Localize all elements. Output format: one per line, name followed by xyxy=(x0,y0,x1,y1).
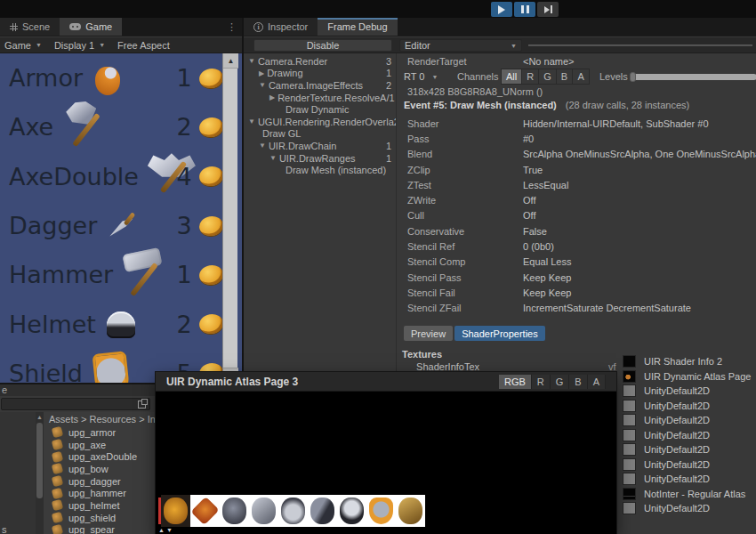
editor-dropdown[interactable]: Editor ▼ xyxy=(399,39,522,52)
texture-row[interactable]: UnityDefault2D xyxy=(623,457,756,473)
list-item[interactable]: Hammer 1 xyxy=(0,250,242,299)
game-mode-dropdown[interactable]: Game▼ xyxy=(4,40,42,51)
texture-row[interactable]: UIR Dynamic Atlas Page xyxy=(623,369,756,384)
property-value: Off xyxy=(523,210,535,221)
channel-button[interactable]: G xyxy=(539,69,557,84)
channel-button[interactable]: All xyxy=(502,69,522,84)
event-tree-row[interactable]: ▼ Camera.ImageEffects 2 xyxy=(245,79,396,92)
texture-row[interactable]: UnityDefault2D xyxy=(623,442,756,457)
tab-inspector[interactable]: i Inspector xyxy=(244,18,318,36)
scroll-up-icon[interactable]: ▲ xyxy=(223,53,238,69)
texture-row[interactable]: UnityDefault2D xyxy=(623,472,756,487)
texture-row[interactable]: UnityDefault2D xyxy=(623,384,756,399)
display-dropdown[interactable]: Display 1▼ xyxy=(54,40,105,51)
asset-row[interactable]: upg_helmet xyxy=(44,499,165,512)
event-tree-row[interactable]: ▼ Camera.Render 3 xyxy=(245,55,396,68)
channel-button[interactable]: R xyxy=(522,69,539,84)
list-item[interactable]: Axe 2 xyxy=(0,102,242,151)
asset-row[interactable]: upg_axeDouble xyxy=(44,450,165,463)
list-item[interactable]: Helmet 2 xyxy=(0,299,242,348)
item-count: 4 xyxy=(173,163,196,190)
event-tree-row[interactable]: ▶ RenderTexture.ResolveA/ 1 xyxy=(245,92,396,104)
shader-properties-button[interactable]: ShaderProperties xyxy=(454,326,545,341)
texture-row[interactable]: UnityDefault2D xyxy=(623,399,756,414)
disable-button[interactable]: Disable xyxy=(253,39,392,52)
channel-button[interactable]: A xyxy=(588,375,606,389)
breadcrumb[interactable]: Assets > Resources > Inv xyxy=(44,412,165,426)
event-tree-row[interactable]: ▼ UIR.DrawChain 1 xyxy=(245,140,396,152)
asset-name: upg_bow xyxy=(68,464,109,474)
texture-thumbnail xyxy=(623,414,636,426)
aspect-dropdown[interactable]: Free Aspect xyxy=(117,40,170,51)
scroll-up-icon[interactable]: ▲ xyxy=(36,414,43,420)
disclosure-triangle-icon[interactable]: ▼ xyxy=(269,154,277,162)
channel-button[interactable]: B xyxy=(557,69,573,84)
project-tab-partial[interactable]: e xyxy=(0,384,165,396)
event-tree-row[interactable]: Draw Dynamic xyxy=(245,103,396,116)
texture-row[interactable]: UIR Shader Info 2 xyxy=(623,354,756,369)
atlas-sprite-tile xyxy=(278,495,308,527)
atlas-titlebar[interactable]: UIR Dynamic Atlas Page 3 RGBRGBA xyxy=(156,372,616,392)
texture-name: UnityDefault2D xyxy=(644,415,710,425)
event-tree-row[interactable]: ▼ UGUI.Rendering.RenderOverla 2 xyxy=(245,116,396,128)
disclosure-triangle-icon[interactable]: ▶ xyxy=(269,93,275,101)
disclosure-triangle-icon[interactable]: ▼ xyxy=(248,57,255,65)
property-row: Stencil ZFail IncrementSaturate Decremen… xyxy=(397,301,756,316)
asset-row[interactable]: upg_hammer xyxy=(44,487,165,499)
event-stats: (28 draw calls, 28 instances) xyxy=(566,100,689,110)
disclosure-triangle-icon[interactable]: ▼ xyxy=(259,142,266,150)
event-tree-row[interactable]: Draw Mesh (instanced) xyxy=(245,164,396,176)
scrollbar-thumb[interactable] xyxy=(36,423,43,498)
asset-row[interactable]: upg_armor xyxy=(44,426,165,439)
levels-slider-knob[interactable] xyxy=(630,72,636,82)
channel-button[interactable]: B xyxy=(569,375,587,389)
texture-row[interactable]: UnityDefault2D xyxy=(623,501,756,516)
asset-row[interactable]: upg_dagger xyxy=(44,475,165,488)
atlas-sprite-tile xyxy=(308,495,337,527)
asset-row[interactable]: upg_spear xyxy=(44,524,165,534)
search-input[interactable] xyxy=(1,398,150,410)
game-scrollbar[interactable]: ▲ ▼ xyxy=(222,53,237,383)
asset-name: upg_shield xyxy=(68,513,116,523)
channel-button[interactable]: R xyxy=(532,375,551,389)
texture-row[interactable]: NotInter - Regular Atlas xyxy=(623,487,756,502)
step-button[interactable] xyxy=(537,2,559,17)
property-row: ZTest LessEqual xyxy=(397,177,756,192)
tab-scene[interactable]: Scene xyxy=(0,18,60,36)
disclosure-triangle-icon[interactable]: ▼ xyxy=(259,81,266,89)
list-item[interactable]: AxeDouble 4 xyxy=(0,152,242,201)
event-tree-row[interactable]: ▼ UIR.DrawRanges 1 xyxy=(245,152,396,165)
list-item[interactable]: Armor 1 xyxy=(0,53,242,102)
tab-game[interactable]: Game xyxy=(60,18,122,36)
event-count: 1 xyxy=(386,68,396,78)
event-tree-row[interactable]: Draw GL xyxy=(245,128,396,141)
levels-slider[interactable] xyxy=(631,74,756,80)
game-panel: Scene Game ⋮ Game▼ Display 1▼ Free Aspec… xyxy=(0,18,242,383)
folder-tree-scrollbar[interactable]: ▲ xyxy=(36,412,44,534)
panel-menu-icon[interactable]: ⋮ xyxy=(221,18,242,36)
event-tree-row[interactable]: ▶ Drawing 1 xyxy=(245,68,396,80)
search-jump-icon[interactable] xyxy=(138,400,146,409)
texture-row[interactable]: UnityDefault2D xyxy=(623,413,756,428)
atlas-scroll-arrows[interactable]: ▲▼ xyxy=(158,527,174,533)
texture-thumbnail xyxy=(623,400,636,412)
asset-row[interactable]: upg_bow xyxy=(44,463,165,475)
texture-row[interactable]: UnityDefault2D xyxy=(623,428,756,443)
rt-dropdown[interactable]: RT 0▼ xyxy=(404,71,438,82)
item-count: 2 xyxy=(173,311,196,338)
channel-button[interactable]: A xyxy=(573,69,589,84)
chevron-down-icon: ▼ xyxy=(99,42,105,48)
play-button[interactable] xyxy=(491,2,512,17)
disclosure-triangle-icon[interactable]: ▼ xyxy=(248,117,255,125)
channel-button[interactable]: RGB xyxy=(499,375,532,389)
pause-button[interactable] xyxy=(514,2,535,17)
tab-frame-debug[interactable]: Frame Debug xyxy=(318,18,397,36)
channel-button[interactable]: G xyxy=(551,375,570,389)
list-item[interactable]: Dagger 3 xyxy=(0,201,242,250)
asset-row[interactable]: upg_axe xyxy=(44,439,165,451)
asset-row[interactable]: upg_shield xyxy=(44,512,165,524)
disclosure-triangle-icon[interactable]: ▶ xyxy=(259,69,264,77)
texture-name: UnityDefault2D xyxy=(644,473,710,484)
preview-button[interactable]: Preview xyxy=(404,326,453,341)
event-scrubber-slider[interactable] xyxy=(528,44,752,46)
